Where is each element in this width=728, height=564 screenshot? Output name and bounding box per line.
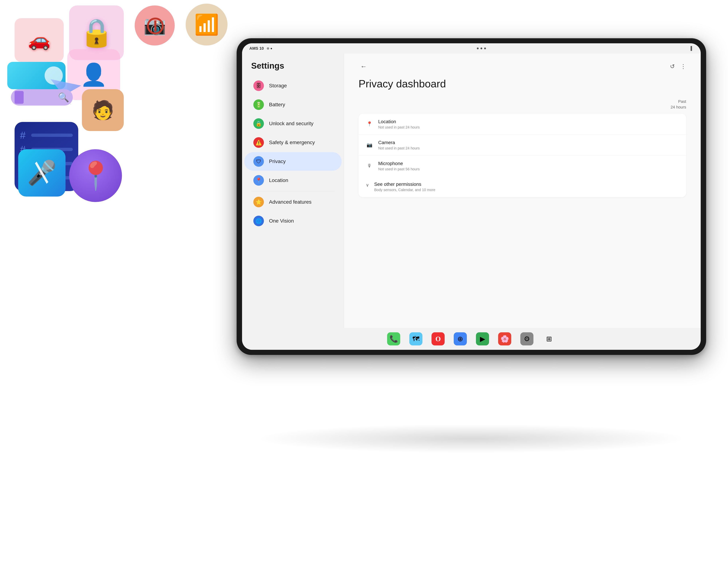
- sidebar-label-advanced: Advanced features: [269, 199, 312, 205]
- settings-title: Settings: [242, 57, 344, 76]
- one-vision-nav-icon: 🌐: [253, 216, 264, 226]
- camera-permission-text: CameraNot used in past 24 hours: [378, 140, 679, 150]
- dock-icon-phone[interactable]: 📞: [387, 332, 400, 345]
- privacy-header-icons: ↺ ⋮: [670, 63, 686, 70]
- sidebar-item-privacy[interactable]: 🛡Privacy: [244, 152, 342, 171]
- microphone-permission-text: MicrophoneNot used in past 56 hours: [378, 161, 679, 171]
- tablet-frame: AMS 10 ⊕ ● ▌ Settings: [237, 38, 706, 355]
- microphone-permission-icon: 🎙: [366, 163, 373, 169]
- status-bar-left: AMS 10 ⊕ ●: [249, 46, 272, 51]
- location-nav-icon: 📍: [253, 175, 264, 186]
- see-other-chevron-icon: ∨: [366, 183, 369, 188]
- status-dots: [477, 48, 486, 49]
- sidebar-item-battery[interactable]: 🔋Battery: [244, 95, 342, 114]
- deco-hashtag-panel: # # # #: [15, 122, 78, 191]
- dock-icon-settings[interactable]: ⚙: [520, 332, 533, 345]
- car-icon: 🚗: [28, 29, 51, 51]
- more-options-icon[interactable]: ⋮: [680, 63, 686, 70]
- deco-car-tile: 🚗: [15, 18, 64, 62]
- deco-mic-tile: 🎤 /: [18, 149, 66, 197]
- sidebar-item-advanced[interactable]: ⭐Advanced features: [244, 193, 342, 211]
- tablet-device: AMS 10 ⊕ ● ▌ Settings: [237, 38, 706, 439]
- dock-icon-play[interactable]: ▶: [476, 332, 489, 345]
- safety-emergency-nav-icon: ⚠️: [253, 137, 264, 148]
- sidebar-label-safety-emergency: Safety & emergency: [269, 140, 315, 145]
- back-button[interactable]: ←: [359, 61, 369, 72]
- deco-search-bar: 🔍: [11, 89, 73, 106]
- deco-person-pc-tile: 👤: [67, 49, 120, 100]
- unlock-security-nav-icon: 🔒: [253, 118, 264, 129]
- sidebar-item-one-vision[interactable]: 🌐One Vision: [244, 212, 342, 230]
- advanced-nav-icon: ⭐: [253, 197, 264, 207]
- sidebar-item-safety-emergency[interactable]: ⚠️Safety & emergency: [244, 133, 342, 152]
- see-other-sub: Body sensors, Calendar, and 10 more: [374, 188, 435, 192]
- deco-location-pin: 📍: [69, 149, 122, 202]
- dock-icon-maps[interactable]: 🗺: [409, 332, 422, 345]
- privacy-dashboard-title: Privacy dashboard: [359, 78, 686, 90]
- dock-icon-opera[interactable]: O: [432, 332, 445, 345]
- deco-toggle-bar: [7, 62, 66, 89]
- privacy-nav-icon: 🛡: [253, 156, 264, 167]
- time-label-line2: 24 hours: [359, 104, 686, 110]
- dock-icon-chrome[interactable]: ⊕: [454, 332, 467, 345]
- time-label-line1: Past: [359, 99, 686, 104]
- status-dot-1: [477, 48, 479, 49]
- privacy-time-label: Past 24 hours: [359, 99, 686, 110]
- sidebar-label-unlock-security: Unlock and security: [269, 121, 313, 126]
- wifi-icon: 📶: [194, 13, 219, 36]
- deco-wifi-tile: 📶: [186, 4, 227, 45]
- location-permission-icon: 📍: [366, 121, 373, 127]
- person-pc-icon: 👤: [80, 62, 107, 88]
- person-edit-icon: 🧑: [92, 99, 114, 121]
- see-other-permissions[interactable]: ∨ See other permissions Body sensors, Ca…: [359, 176, 686, 197]
- screen-content: Settings 🗄Storage🔋Battery🔒Unlock and sec…: [242, 54, 701, 328]
- sidebar-label-one-vision: One Vision: [269, 218, 294, 224]
- status-dot-2: [480, 48, 482, 49]
- permission-list: 📍LocationNot used in past 24 hours📷Camer…: [359, 114, 686, 197]
- deco-cursor: [50, 74, 84, 108]
- settings-sidebar: Settings 🗄Storage🔋Battery🔒Unlock and sec…: [242, 54, 344, 328]
- refresh-icon[interactable]: ↺: [670, 63, 675, 70]
- status-bar: AMS 10 ⊕ ● ▌: [242, 43, 701, 54]
- sidebar-item-unlock-security[interactable]: 🔒Unlock and security: [244, 114, 342, 133]
- deco-person-edit-tile: 🧑: [82, 89, 124, 131]
- camera-permission-sub: Not used in past 24 hours: [378, 146, 679, 150]
- microphone-permission-sub: Not used in past 56 hours: [378, 167, 679, 171]
- sidebar-item-storage[interactable]: 🗄Storage: [244, 76, 342, 95]
- microphone-permission-name: Microphone: [378, 161, 679, 166]
- lock-icon: 🔒: [80, 17, 114, 49]
- sidebar-item-location[interactable]: 📍Location: [244, 171, 342, 190]
- location-permission-sub: Not used in past 24 hours: [378, 125, 679, 129]
- storage-nav-icon: 🗄: [253, 80, 264, 91]
- privacy-dashboard-panel: ← ↺ ⋮ Privacy dashboard Past 24 hours 📍L…: [344, 54, 701, 328]
- status-bar-center: [272, 48, 691, 49]
- permission-item-camera[interactable]: 📷CameraNot used in past 24 hours: [359, 135, 686, 156]
- search-icon: 🔍: [58, 92, 69, 103]
- sidebar-label-battery: Battery: [269, 102, 285, 108]
- deco-camera-tile: 📷⊘: [135, 5, 175, 45]
- tablet-screen: AMS 10 ⊕ ● ▌ Settings: [242, 43, 701, 350]
- mic-muted-icon: 🎤 /: [27, 159, 57, 187]
- sidebar-label-privacy: Privacy: [269, 159, 286, 164]
- deco-lock-tile: 🔒: [69, 5, 124, 60]
- status-bar-right: ▌: [691, 46, 693, 51]
- search-bar-handle: [15, 91, 24, 104]
- camera-permission-icon: 📷: [366, 142, 373, 148]
- sidebar-label-location: Location: [269, 177, 288, 183]
- dock-icons-container: 📞🗺O⊕▶🌸⚙⊞: [387, 332, 556, 345]
- location-pin-icon: 📍: [79, 160, 113, 192]
- status-icons: ⊕ ●: [267, 46, 272, 50]
- status-dot-3: [484, 48, 486, 49]
- permission-item-location[interactable]: 📍LocationNot used in past 24 hours: [359, 114, 686, 135]
- privacy-header: ← ↺ ⋮: [359, 61, 686, 72]
- permission-item-microphone[interactable]: 🎙MicrophoneNot used in past 56 hours: [359, 156, 686, 176]
- permission-items-container: 📍LocationNot used in past 24 hours📷Camer…: [359, 114, 686, 176]
- toggle-knob: [45, 66, 63, 85]
- nav-divider: [251, 191, 335, 191]
- tablet-dock: 📞🗺O⊕▶🌸⚙⊞: [242, 328, 701, 350]
- battery-nav-icon: 🔋: [253, 99, 264, 110]
- see-other-text: See other permissions Body sensors, Cale…: [374, 181, 435, 192]
- dock-icon-photos[interactable]: 🌸: [498, 332, 511, 345]
- location-permission-name: Location: [378, 119, 679, 124]
- dock-icon-apps[interactable]: ⊞: [543, 332, 556, 345]
